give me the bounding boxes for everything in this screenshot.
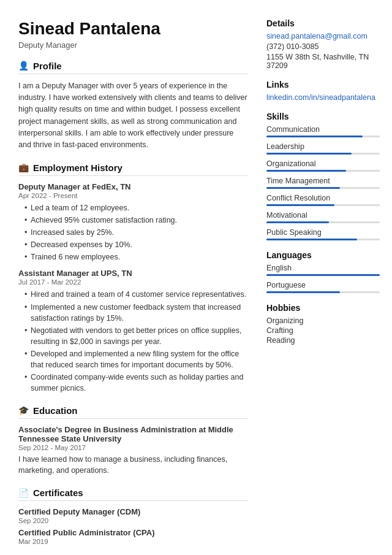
education-heading: 🎓 Education [18, 405, 248, 419]
languages-section: Languages English Portuguese [266, 250, 380, 293]
skill-label-3: Time Management [266, 177, 380, 185]
skills-heading: Skills [266, 112, 380, 121]
skill-item-3: Time Management [266, 177, 380, 189]
skill-bar-bg-4 [266, 204, 380, 206]
skill-item-0: Communication [266, 125, 380, 137]
language-label-0: English [266, 264, 380, 272]
skill-label-1: Leadership [266, 142, 380, 151]
graduation-icon: 🎓 [18, 405, 29, 415]
cert-0: Certified Deputy Manager (CDM) Sep 2020 [18, 507, 248, 524]
bullet: Hired and trained a team of 4 customer s… [24, 289, 248, 300]
skill-bar-fill-5 [266, 221, 329, 223]
skill-item-1: Leadership [266, 142, 380, 155]
hobbies-section: Hobbies OrganizingCraftingReading [266, 303, 380, 345]
bullet: Coordinated company-wide events such as … [24, 372, 248, 394]
skill-bar-bg-5 [266, 221, 380, 223]
edu-0-text: I have learned how to manage a business,… [18, 454, 248, 477]
bullet: Implemented a new customer feedback syst… [24, 302, 248, 324]
language-item-1: Portuguese [266, 281, 380, 293]
bullet: Increased sales by 25%. [24, 227, 248, 238]
bullet: Decreased expenses by 10%. [24, 239, 248, 250]
skill-bar-fill-0 [266, 136, 363, 137]
profile-heading: 👤 Profile [18, 61, 248, 74]
profile-icon: 👤 [18, 61, 29, 71]
cert-1: Certified Public Administrator (CPA) Mar… [18, 528, 248, 545]
resume-page: Sinead Pantalena Deputy Manager 👤 Profil… [0, 0, 392, 555]
links-heading: Links [266, 80, 380, 90]
bullet: Achieved 95% customer satisfaction ratin… [24, 215, 248, 226]
skill-bar-bg-2 [266, 170, 380, 172]
bullet: Developed and implemented a new filing s… [24, 348, 248, 370]
job-0-title: Deputy Manager at FedEx, TN [18, 182, 248, 191]
language-item-0: English [266, 264, 380, 276]
certificate-icon: 📄 [18, 488, 29, 498]
skill-bar-bg-3 [266, 187, 380, 189]
cert-1-title: Certified Public Administrator (CPA) [18, 528, 248, 537]
job-0: Deputy Manager at FedEx, TN Apr 2022 - P… [18, 182, 248, 263]
job-1-bullets: Hired and trained a team of 4 customer s… [18, 289, 248, 394]
skill-item-4: Conflict Resolution [266, 194, 380, 206]
language-label-1: Portuguese [266, 281, 380, 289]
employment-heading: 💼 Employment History [18, 163, 248, 176]
skills-section: Skills Communication Leadership Organiza… [266, 112, 380, 240]
hobby-item-2: Reading [266, 336, 380, 345]
language-bar-bg-1 [266, 291, 380, 293]
right-column: Details sinead.pantalena@gmail.com (372)… [266, 18, 380, 555]
skill-bar-fill-1 [266, 153, 352, 155]
phone-text: (372) 010-3085 [266, 42, 380, 51]
resume-title: Deputy Manager [18, 40, 248, 50]
edu-0: Associate's Degree in Business Administr… [18, 425, 248, 477]
cert-1-date: Mar 2019 [18, 538, 248, 545]
skill-label-0: Communication [266, 125, 380, 134]
skill-bar-bg-0 [266, 136, 380, 137]
skill-label-6: Public Speaking [266, 228, 380, 237]
languages-heading: Languages [266, 250, 380, 260]
skill-item-2: Organizational [266, 159, 380, 172]
skill-bar-fill-6 [266, 239, 357, 240]
skill-label-5: Motivational [266, 211, 380, 220]
certificates-section: 📄 Certificates Certified Deputy Manager … [18, 488, 248, 545]
skill-item-5: Motivational [266, 211, 380, 223]
hobbies-list: OrganizingCraftingReading [266, 316, 380, 345]
employment-section: 💼 Employment History Deputy Manager at F… [18, 163, 248, 394]
resume-name: Sinead Pantalena [18, 18, 248, 39]
job-0-bullets: Led a team of 12 employees. Achieved 95%… [18, 202, 248, 263]
left-column: Sinead Pantalena Deputy Manager 👤 Profil… [18, 18, 248, 555]
skill-bar-fill-3 [266, 187, 340, 189]
links-section: Links linkedin.com/in/sineadpantalena [266, 80, 380, 102]
details-section: Details sinead.pantalena@gmail.com (372)… [266, 18, 380, 70]
hobby-item-0: Organizing [266, 316, 380, 325]
details-heading: Details [266, 18, 380, 28]
language-bar-fill-1 [266, 291, 340, 293]
bullet: Trained 6 new employees. [24, 251, 248, 262]
education-section: 🎓 Education Associate's Degree in Busine… [18, 405, 248, 477]
skill-label-2: Organizational [266, 159, 380, 168]
skill-label-4: Conflict Resolution [266, 194, 380, 202]
language-bar-fill-0 [266, 274, 380, 276]
edu-0-dates: Sep 2012 - May 2017 [18, 444, 248, 451]
skill-bar-bg-1 [266, 153, 380, 155]
job-1: Assistant Manager at UPS, TN Jul 2017 - … [18, 269, 248, 394]
link-0: linkedin.com/in/sineadpantalena [266, 93, 380, 102]
skills-list: Communication Leadership Organizational … [266, 125, 380, 240]
languages-list: English Portuguese [266, 264, 380, 293]
cert-0-date: Sep 2020 [18, 517, 248, 524]
cert-0-title: Certified Deputy Manager (CDM) [18, 507, 248, 516]
skill-bar-fill-4 [266, 204, 334, 206]
hobbies-heading: Hobbies [266, 303, 380, 313]
profile-text: I am a Deputy Manager with over 5 years … [18, 80, 248, 151]
skill-bar-bg-6 [266, 239, 380, 240]
email-text: sinead.pantalena@gmail.com [266, 32, 380, 40]
skill-item-6: Public Speaking [266, 228, 380, 240]
profile-section: 👤 Profile I am a Deputy Manager with ove… [18, 61, 248, 151]
bullet: Led a team of 12 employees. [24, 202, 248, 213]
edu-0-title: Associate's Degree in Business Administr… [18, 425, 248, 443]
language-bar-bg-0 [266, 274, 380, 276]
address-text: 1155 W 38th St, Nashville, TN 37209 [266, 53, 380, 70]
skill-bar-fill-2 [266, 170, 346, 172]
briefcase-icon: 💼 [18, 163, 29, 172]
bullet: Negotiated with vendors to get better pr… [24, 325, 248, 347]
job-0-dates: Apr 2022 - Present [18, 192, 248, 199]
hobby-item-1: Crafting [266, 326, 380, 335]
job-1-title: Assistant Manager at UPS, TN [18, 269, 248, 278]
